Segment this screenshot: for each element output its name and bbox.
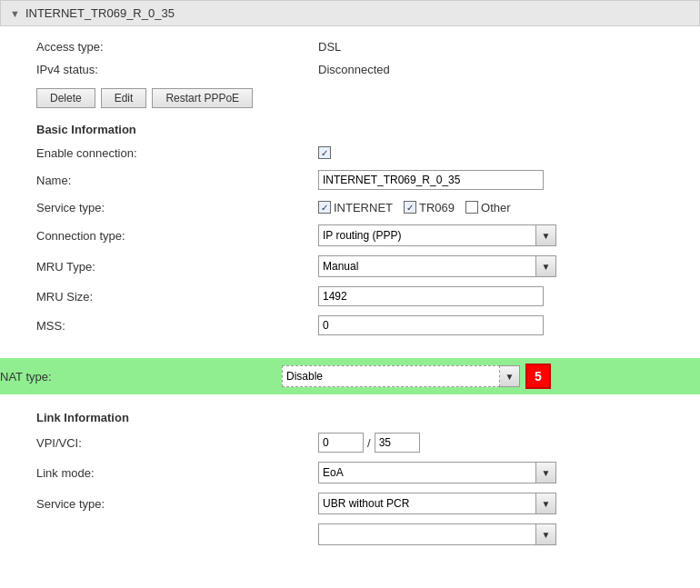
nat-type-label: NAT type: bbox=[0, 370, 282, 384]
mru-type-dropdown-btn[interactable]: ▼ bbox=[536, 255, 556, 277]
vpi-vci-label: VPI/VCI: bbox=[36, 436, 318, 450]
service-type-label: Service type: bbox=[36, 201, 318, 214]
link-mode-value: EoA ▼ bbox=[318, 462, 556, 483]
page-container: ▼ INTERNET_TR069_R_0_35 Access type: DSL… bbox=[0, 0, 700, 588]
service-type-checkboxes: ✓ INTERNET ✓ TR069 Other bbox=[318, 201, 511, 214]
mru-size-input[interactable] bbox=[318, 286, 544, 306]
mru-size-label: MRU Size: bbox=[36, 290, 318, 304]
service-tr069-item: ✓ TR069 bbox=[404, 201, 455, 214]
mru-type-select-wrapper: Manual ▼ bbox=[318, 255, 556, 277]
link-service-type-row: Service type: UBR without PCR ▼ bbox=[36, 488, 664, 519]
extra-row: ▼ bbox=[36, 519, 664, 550]
checkmark-icon: ✓ bbox=[321, 148, 328, 158]
header-arrow-icon: ▼ bbox=[10, 8, 20, 19]
extra-select-wrapper: ▼ bbox=[318, 523, 556, 545]
mru-type-row: MRU Type: Manual ▼ bbox=[36, 251, 664, 282]
nat-type-dropdown-btn[interactable]: ▼ bbox=[500, 365, 520, 387]
connection-type-select[interactable]: IP routing (PPP) bbox=[318, 224, 536, 246]
vpi-vci-inputs: / bbox=[318, 433, 420, 453]
service-internet-checkbox[interactable]: ✓ bbox=[318, 201, 331, 214]
basic-info-heading: Basic Information bbox=[36, 115, 664, 140]
link-service-type-label: Service type: bbox=[36, 497, 318, 511]
extra-dropdown-btn[interactable]: ▼ bbox=[536, 523, 556, 545]
edit-button[interactable]: Edit bbox=[101, 88, 147, 108]
service-internet-label: INTERNET bbox=[334, 201, 393, 214]
extra-select[interactable] bbox=[318, 523, 536, 545]
connection-type-label: Connection type: bbox=[36, 229, 318, 243]
extra-value: ▼ bbox=[318, 523, 556, 545]
service-other-checkbox[interactable] bbox=[465, 201, 478, 214]
mss-value bbox=[318, 315, 544, 335]
connection-type-dropdown-btn[interactable]: ▼ bbox=[536, 224, 556, 246]
mss-label: MSS: bbox=[36, 319, 318, 333]
vpi-vci-value: / bbox=[318, 433, 420, 453]
ipv4-status-row: IPv4 status: Disconnected bbox=[36, 58, 664, 81]
connection-type-select-wrapper: IP routing (PPP) ▼ bbox=[318, 224, 556, 246]
connection-type-row: Connection type: IP routing (PPP) ▼ bbox=[36, 220, 664, 251]
nat-type-value: Disable ▼ 5 bbox=[282, 364, 551, 389]
mru-type-value: Manual ▼ bbox=[318, 255, 556, 277]
link-service-type-value: UBR without PCR ▼ bbox=[318, 493, 556, 514]
content-area-link: Link Information VPI/VCI: / Link mode: E… bbox=[0, 394, 700, 568]
mss-input[interactable] bbox=[318, 315, 544, 335]
enable-connection-label: Enable connection: bbox=[36, 146, 318, 160]
service-internet-item: ✓ INTERNET bbox=[318, 201, 393, 214]
nat-type-select-wrapper: Disable ▼ bbox=[282, 365, 520, 387]
restart-pppoe-button[interactable]: Restart PPPoE bbox=[152, 88, 253, 108]
name-row: Name: bbox=[36, 165, 664, 194]
content-area: Access type: DSL IPv4 status: Disconnect… bbox=[0, 26, 700, 358]
service-tr069-label: TR069 bbox=[419, 201, 455, 214]
access-type-value: DSL bbox=[318, 40, 341, 54]
mru-size-value bbox=[318, 286, 544, 306]
link-service-type-select[interactable]: UBR without PCR bbox=[318, 493, 536, 514]
link-mode-label: Link mode: bbox=[36, 466, 318, 480]
mru-size-row: MRU Size: bbox=[36, 282, 664, 311]
access-type-label: Access type: bbox=[36, 40, 318, 54]
enable-connection-row: Enable connection: ✓ bbox=[36, 140, 664, 165]
internet-checkmark-icon: ✓ bbox=[321, 203, 328, 213]
service-type-row: Service type: ✓ INTERNET ✓ TR069 bbox=[36, 194, 664, 220]
nat-type-row: NAT type: Disable ▼ 5 bbox=[0, 358, 700, 394]
link-mode-select-wrapper: EoA ▼ bbox=[318, 462, 556, 483]
link-mode-select[interactable]: EoA bbox=[318, 462, 536, 483]
mru-type-select[interactable]: Manual bbox=[318, 255, 536, 277]
name-value bbox=[318, 170, 544, 190]
button-row: Delete Edit Restart PPPoE bbox=[36, 81, 664, 115]
delete-button[interactable]: Delete bbox=[36, 88, 95, 108]
name-input[interactable] bbox=[318, 170, 544, 190]
service-type-options: ✓ INTERNET ✓ TR069 Other bbox=[318, 201, 511, 214]
link-mode-dropdown-btn[interactable]: ▼ bbox=[536, 462, 556, 483]
service-tr069-checkbox[interactable]: ✓ bbox=[404, 201, 416, 214]
nat-badge: 5 bbox=[525, 364, 551, 389]
connection-type-value: IP routing (PPP) ▼ bbox=[318, 224, 556, 246]
enable-connection-value: ✓ bbox=[318, 146, 331, 159]
vci-input[interactable] bbox=[375, 433, 420, 453]
access-type-row: Access type: DSL bbox=[36, 35, 664, 58]
tr069-checkmark-icon: ✓ bbox=[406, 203, 414, 213]
vpi-vci-row: VPI/VCI: / bbox=[36, 428, 664, 457]
nat-type-select[interactable]: Disable bbox=[282, 365, 500, 387]
link-mode-row: Link mode: EoA ▼ bbox=[36, 457, 664, 488]
service-other-label: Other bbox=[481, 201, 511, 214]
link-info-heading: Link Information bbox=[36, 404, 664, 428]
vpi-input[interactable] bbox=[318, 433, 364, 453]
link-service-type-select-wrapper: UBR without PCR ▼ bbox=[318, 493, 556, 514]
mru-type-label: MRU Type: bbox=[36, 260, 318, 274]
ipv4-status-label: IPv4 status: bbox=[36, 63, 318, 76]
mss-row: MSS: bbox=[36, 311, 664, 340]
section-header: ▼ INTERNET_TR069_R_0_35 bbox=[0, 0, 700, 26]
service-other-item: Other bbox=[465, 201, 511, 214]
enable-connection-checkbox[interactable]: ✓ bbox=[318, 146, 331, 159]
link-service-type-dropdown-btn[interactable]: ▼ bbox=[536, 493, 556, 514]
section-title: INTERNET_TR069_R_0_35 bbox=[25, 6, 175, 20]
name-label: Name: bbox=[36, 174, 318, 187]
ipv4-status-value: Disconnected bbox=[318, 63, 390, 76]
vpi-vci-separator: / bbox=[367, 436, 371, 450]
